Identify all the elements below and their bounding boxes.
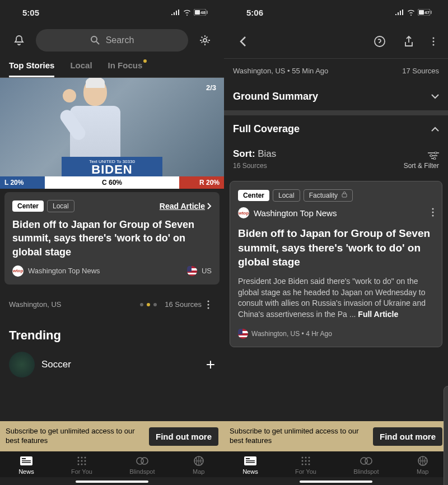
svg-point-46 bbox=[308, 457, 310, 459]
search-placeholder: Search bbox=[106, 35, 134, 45]
tag-local[interactable]: Local bbox=[273, 189, 300, 202]
bell-icon[interactable] bbox=[8, 29, 30, 52]
svg-point-20 bbox=[81, 464, 82, 465]
full-article-link[interactable]: Full Article bbox=[358, 310, 398, 319]
source-row: wtop Washington Top News US bbox=[12, 265, 212, 277]
svg-point-37 bbox=[432, 208, 434, 209]
nav-blindspot[interactable]: Blindspot bbox=[129, 456, 155, 475]
svg-point-32 bbox=[433, 44, 435, 46]
svg-point-5 bbox=[203, 39, 207, 42]
tag-local[interactable]: Local bbox=[47, 200, 74, 212]
home-indicator[interactable] bbox=[76, 481, 148, 483]
more-icon[interactable] bbox=[202, 293, 215, 316]
globe-icon bbox=[418, 456, 428, 466]
article-card[interactable]: Center Local Read Article Biden off to J… bbox=[4, 192, 220, 285]
subscribe-text: Subscribe to get unlimited access to our… bbox=[6, 427, 144, 446]
svg-point-52 bbox=[308, 464, 310, 465]
svg-point-15 bbox=[84, 457, 86, 459]
chevron-down-icon bbox=[431, 94, 439, 99]
subscribe-button[interactable]: Find out more bbox=[373, 427, 442, 446]
svg-rect-43 bbox=[246, 462, 255, 463]
ground-summary-row[interactable]: Ground Summary bbox=[224, 83, 448, 111]
full-coverage-row[interactable]: Full Coverage bbox=[224, 115, 448, 143]
nav-news[interactable]: News bbox=[242, 456, 258, 475]
location-label: Washington, US bbox=[9, 300, 61, 309]
nav-for-you[interactable]: For You bbox=[295, 456, 316, 475]
svg-point-54 bbox=[365, 458, 372, 464]
card-headline: Biden off to Japan for Group of Seven su… bbox=[238, 226, 434, 269]
svg-point-8 bbox=[208, 307, 209, 309]
svg-point-47 bbox=[301, 460, 303, 462]
flag-us-icon bbox=[187, 266, 197, 276]
svg-point-38 bbox=[432, 211, 434, 213]
svg-point-45 bbox=[305, 457, 306, 459]
trending-item[interactable]: Soccer + bbox=[0, 347, 224, 382]
next-card-peek[interactable] bbox=[444, 386, 448, 485]
svg-point-33 bbox=[435, 152, 437, 154]
svg-point-23 bbox=[141, 458, 148, 464]
svg-point-49 bbox=[308, 460, 310, 462]
nav-blindspot[interactable]: Blindspot bbox=[353, 456, 379, 475]
tag-row: Center Local Factuality bbox=[238, 189, 434, 202]
tag-center[interactable]: Center bbox=[12, 200, 44, 212]
status-time: 5:06 bbox=[246, 8, 263, 17]
source-logo: wtop bbox=[12, 265, 24, 277]
tag-center[interactable]: Center bbox=[238, 190, 269, 201]
svg-rect-26 bbox=[419, 10, 424, 15]
bias-bar: L 20% C 60% R 20% bbox=[0, 176, 224, 189]
status-icons: 48 bbox=[171, 9, 208, 16]
share-icon[interactable] bbox=[398, 30, 420, 53]
source-logo: wtop bbox=[238, 207, 249, 218]
meta-bar: Washington, US 16 Sources bbox=[0, 288, 224, 321]
card-more-icon[interactable] bbox=[432, 208, 434, 218]
coverage-card[interactable]: Center Local Factuality wtop Washington … bbox=[230, 181, 442, 347]
hero-image[interactable]: 2/3 Text UNITED To 30330 BIDEN L 20% C 6… bbox=[0, 78, 224, 189]
bottom-nav: News For You Blindspot Map bbox=[0, 451, 224, 477]
sort-value[interactable]: Bias bbox=[258, 148, 276, 159]
svg-point-19 bbox=[77, 464, 79, 465]
svg-point-30 bbox=[433, 38, 435, 39]
sort-filter-button[interactable]: Sort & Filter bbox=[404, 152, 439, 170]
svg-point-18 bbox=[84, 460, 86, 462]
wifi-icon bbox=[183, 9, 192, 16]
nav-for-you[interactable]: For You bbox=[71, 456, 92, 475]
chevron-right-icon bbox=[207, 203, 212, 209]
subscribe-button[interactable]: Find out more bbox=[149, 427, 218, 446]
search-input[interactable]: Search bbox=[36, 29, 188, 52]
tag-factuality[interactable]: Factuality bbox=[304, 189, 353, 202]
sources-count[interactable]: 16 Sources bbox=[165, 300, 202, 309]
svg-point-35 bbox=[433, 157, 436, 160]
tab-top-stories[interactable]: Top Stories bbox=[9, 60, 54, 77]
home-indicator[interactable] bbox=[300, 481, 372, 483]
gear-icon[interactable] bbox=[194, 29, 216, 52]
screen-left: 5:05 48 Search Top Stories Local In Focu… bbox=[0, 0, 224, 485]
svg-point-16 bbox=[77, 460, 79, 462]
tab-local[interactable]: Local bbox=[70, 60, 92, 77]
detail-header bbox=[224, 25, 448, 59]
signal-icon bbox=[171, 10, 180, 15]
add-icon[interactable]: + bbox=[206, 356, 215, 374]
tag-row: Center Local Read Article bbox=[12, 200, 212, 212]
tab-in-focus[interactable]: In Focus bbox=[108, 60, 143, 77]
nav-news[interactable]: News bbox=[18, 456, 34, 475]
blindspot-icon bbox=[136, 456, 149, 465]
svg-point-29 bbox=[375, 36, 385, 46]
svg-point-31 bbox=[433, 41, 435, 43]
flag-us-icon bbox=[238, 329, 248, 339]
help-icon[interactable] bbox=[368, 30, 391, 53]
svg-point-7 bbox=[208, 304, 209, 305]
svg-point-39 bbox=[432, 214, 434, 216]
nav-map[interactable]: Map bbox=[416, 456, 430, 475]
status-bar: 5:06 47 bbox=[224, 0, 448, 25]
nav-map[interactable]: Map bbox=[192, 456, 206, 475]
meta-sources[interactable]: 17 Sources bbox=[402, 67, 439, 75]
tab-badge-dot bbox=[143, 59, 147, 63]
globe-icon bbox=[194, 456, 204, 466]
more-icon[interactable] bbox=[427, 30, 440, 53]
status-time: 5:05 bbox=[22, 8, 39, 17]
svg-point-6 bbox=[208, 300, 209, 302]
back-icon[interactable] bbox=[232, 30, 254, 53]
svg-point-17 bbox=[81, 460, 82, 462]
read-article-link[interactable]: Read Article bbox=[160, 202, 212, 211]
svg-point-44 bbox=[301, 457, 303, 459]
